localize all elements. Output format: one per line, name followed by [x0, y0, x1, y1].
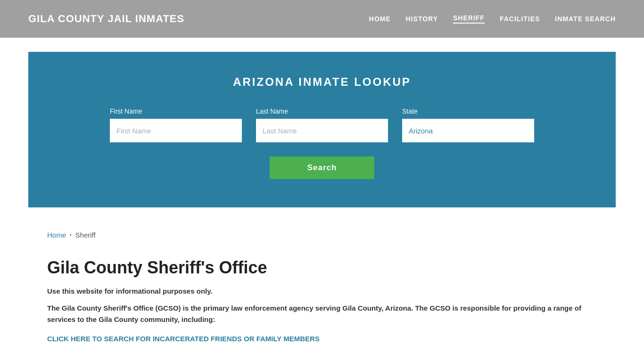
state-label: State: [402, 107, 534, 115]
page-heading: Gila County Sheriff's Office: [47, 258, 597, 278]
last-name-label: Last Name: [256, 107, 388, 115]
search-button[interactable]: Search: [270, 156, 375, 179]
last-name-input[interactable]: [256, 119, 388, 142]
nav-history[interactable]: HISTORY: [406, 15, 438, 23]
first-name-input[interactable]: [110, 119, 242, 142]
search-section-title: ARIZONA INMATE LOOKUP: [57, 75, 587, 89]
search-section: ARIZONA INMATE LOOKUP First Name Last Na…: [28, 52, 616, 207]
breadcrumb-separator: •: [70, 232, 72, 238]
nav-inmate-search[interactable]: INMATE SEARCH: [555, 15, 616, 23]
breadcrumb-current: Sheriff: [75, 231, 96, 239]
nav-facilities[interactable]: FACILITIES: [500, 15, 540, 23]
state-input[interactable]: [402, 119, 534, 142]
breadcrumb: Home • Sheriff: [0, 222, 644, 248]
search-fields: First Name Last Name State: [57, 107, 587, 142]
main-nav: HOME HISTORY SHERIFF FACILITIES INMATE S…: [369, 14, 616, 24]
first-name-label: First Name: [110, 107, 242, 115]
description-text: The Gila County Sheriff's Office (GCSO) …: [47, 303, 597, 325]
site-title: GILA COUNTY JAIL INMATES: [28, 13, 184, 25]
site-header: GILA COUNTY JAIL INMATES HOME HISTORY SH…: [0, 0, 644, 38]
last-name-group: Last Name: [256, 107, 388, 142]
nav-home[interactable]: HOME: [369, 15, 391, 23]
search-button-row: Search: [57, 156, 587, 179]
nav-sheriff[interactable]: SHERIFF: [453, 14, 485, 24]
disclaimer-text: Use this website for informational purpo…: [47, 287, 597, 295]
state-group: State: [402, 107, 534, 142]
first-name-group: First Name: [110, 107, 242, 142]
main-content: Gila County Sheriff's Office Use this we…: [0, 248, 644, 362]
breadcrumb-home[interactable]: Home: [47, 231, 66, 239]
cta-link[interactable]: CLICK HERE to Search for Incarcerated Fr…: [47, 335, 320, 343]
